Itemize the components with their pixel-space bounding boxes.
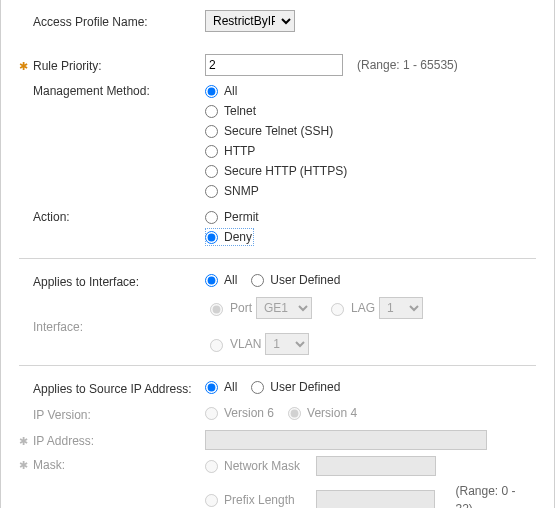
label-mask: ✱ Mask: <box>19 456 205 472</box>
separator <box>19 258 536 259</box>
label-applies-interface-text: Applies to Interface: <box>33 275 139 289</box>
select-vlan: 1 <box>265 333 309 355</box>
radio-label: SNMP <box>224 182 259 200</box>
label-mgmt-text: Management Method: <box>33 84 150 98</box>
value-mask: Network Mask Prefix Length (Range: 0 - 3… <box>205 456 536 508</box>
select-port: GE1 <box>256 297 312 319</box>
required-icon: ✱ <box>19 60 29 73</box>
value-applies-srcip: All User Defined <box>205 378 536 398</box>
row-mask: ✱ Mask: Network Mask Prefix Length (Rang… <box>19 456 536 508</box>
row-profile: ✱ Access Profile Name: RestrictByIP <box>19 10 536 32</box>
radio-iface-lag <box>331 303 344 316</box>
label-ipaddr-text: IP Address: <box>33 434 94 448</box>
config-panel: ✱ Access Profile Name: RestrictByIP ✱ Ru… <box>0 0 555 508</box>
row-applies-interface: ✱ Applies to Interface: All User Defined <box>19 271 536 291</box>
label-priority-text: Rule Priority: <box>33 59 102 73</box>
radio-mgmt-http[interactable]: HTTP <box>205 142 536 160</box>
radio-input[interactable] <box>251 381 264 394</box>
hint-priority: (Range: 1 - 65535) <box>357 58 458 72</box>
radio-input[interactable] <box>205 274 218 287</box>
radio-action-deny[interactable]: Deny <box>205 228 254 246</box>
input-prefix-length <box>316 490 436 508</box>
label-action: ✱ Action: <box>19 208 205 224</box>
label-lag: LAG <box>351 301 375 315</box>
radio-label: All <box>224 82 237 100</box>
radio-input[interactable] <box>205 381 218 394</box>
radio-srcip-all[interactable]: All <box>205 378 237 396</box>
label-ipver: ✱ IP Version: <box>19 406 205 422</box>
radio-label: User Defined <box>270 271 340 289</box>
mask-pl-group: Prefix Length (Range: 0 - 32) <box>205 482 536 508</box>
label-nm: Network Mask <box>224 457 310 475</box>
label-port: Port <box>230 301 252 315</box>
radio-input[interactable] <box>205 125 218 138</box>
radio-mgmt-snmp[interactable]: SNMP <box>205 182 536 200</box>
radio-label: Deny <box>224 228 252 246</box>
radio-input[interactable] <box>251 274 264 287</box>
label-applies-interface: ✱ Applies to Interface: <box>19 273 205 289</box>
radio-mgmt-https[interactable]: Secure HTTP (HTTPS) <box>205 162 536 180</box>
radio-input[interactable] <box>205 231 218 244</box>
radio-input[interactable] <box>205 165 218 178</box>
input-network-mask <box>316 456 436 476</box>
value-ipver: Version 6 Version 4 <box>205 404 536 424</box>
label-interface: ✱ Interface: <box>19 318 205 334</box>
radio-label: All <box>224 378 237 396</box>
radio-mgmt-all[interactable]: All <box>205 82 536 100</box>
label-ipaddr: ✱ IP Address: <box>19 432 205 448</box>
input-rule-priority[interactable] <box>205 54 343 76</box>
radio-input[interactable] <box>205 85 218 98</box>
radio-input[interactable] <box>205 145 218 158</box>
radio-mgmt-ssh[interactable]: Secure Telnet (SSH) <box>205 122 536 140</box>
radio-input[interactable] <box>205 211 218 224</box>
radio-label: Telnet <box>224 102 256 120</box>
label-profile: ✱ Access Profile Name: <box>19 13 205 29</box>
row-mgmt: ✱ Management Method: All Telnet Secure T… <box>19 82 536 202</box>
radio-input[interactable] <box>205 185 218 198</box>
radio-label: Version 4 <box>307 404 357 422</box>
select-access-profile[interactable]: RestrictByIP <box>205 10 295 32</box>
radio-label: All <box>224 271 237 289</box>
label-applies-srcip-text: Applies to Source IP Address: <box>33 382 192 396</box>
value-interface: Port GE1 LAG 1 VLAN 1 <box>205 297 536 355</box>
label-priority: ✱ Rule Priority: <box>19 57 205 73</box>
radio-iface-port <box>210 303 223 316</box>
value-action: Permit Deny <box>205 208 536 248</box>
separator <box>19 365 536 366</box>
radio-ipver-4: Version 4 <box>288 404 357 422</box>
mask-nm-group: Network Mask <box>205 456 536 476</box>
radio-input <box>205 407 218 420</box>
radio-label: HTTP <box>224 142 255 160</box>
radio-input <box>288 407 301 420</box>
value-profile: RestrictByIP <box>205 10 536 32</box>
radio-iface-all[interactable]: All <box>205 271 237 289</box>
row-ipver: ✱ IP Version: Version 6 Version 4 <box>19 404 536 424</box>
row-applies-srcip: ✱ Applies to Source IP Address: All User… <box>19 378 536 398</box>
radio-iface-vlan <box>210 339 223 352</box>
radio-srcip-user[interactable]: User Defined <box>251 378 340 396</box>
radio-label: User Defined <box>270 378 340 396</box>
radio-input[interactable] <box>205 105 218 118</box>
iface-vlan-group: VLAN 1 <box>205 333 309 355</box>
label-ipver-text: IP Version: <box>33 408 91 422</box>
value-applies-interface: All User Defined <box>205 271 536 291</box>
radio-label: Version 6 <box>224 404 274 422</box>
label-profile-text: Access Profile Name: <box>33 15 148 29</box>
radio-ipver-6: Version 6 <box>205 404 274 422</box>
row-action: ✱ Action: Permit Deny <box>19 208 536 248</box>
value-mgmt: All Telnet Secure Telnet (SSH) HTTP Secu… <box>205 82 536 202</box>
label-applies-srcip: ✱ Applies to Source IP Address: <box>19 380 205 396</box>
required-icon: ✱ <box>19 459 29 472</box>
select-lag: 1 <box>379 297 423 319</box>
radio-mgmt-telnet[interactable]: Telnet <box>205 102 536 120</box>
row-ipaddr: ✱ IP Address: <box>19 430 536 450</box>
label-interface-text: Interface: <box>33 320 83 334</box>
label-mask-text: Mask: <box>33 458 65 472</box>
label-pl: Prefix Length <box>224 491 310 508</box>
label-mgmt: ✱ Management Method: <box>19 82 205 98</box>
row-interface: ✱ Interface: Port GE1 LAG 1 VLAN 1 <box>19 297 536 355</box>
radio-action-permit[interactable]: Permit <box>205 208 536 226</box>
value-priority: (Range: 1 - 65535) <box>205 54 536 76</box>
radio-iface-user[interactable]: User Defined <box>251 271 340 289</box>
radio-label: Permit <box>224 208 259 226</box>
